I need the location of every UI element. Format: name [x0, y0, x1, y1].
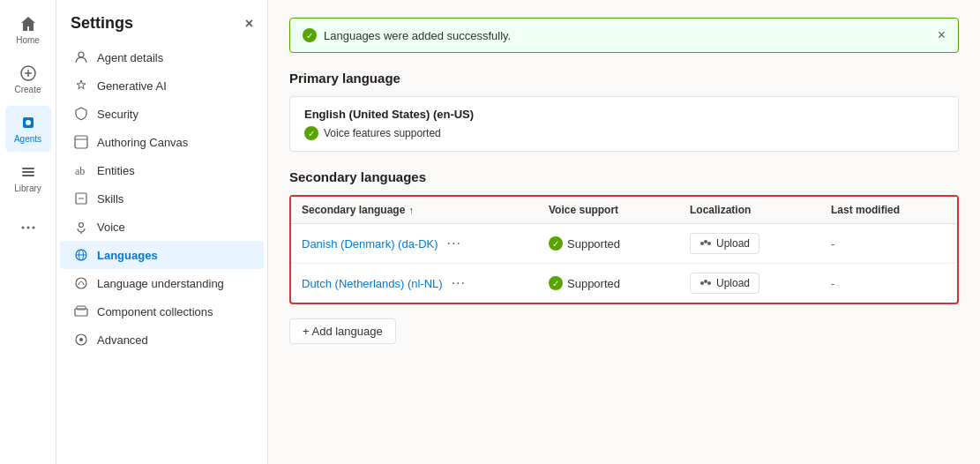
- entities-icon: ab: [74, 163, 88, 177]
- col-header-language: Secondary language ↑: [302, 204, 549, 216]
- languages-icon: [74, 248, 88, 262]
- sidebar: Settings × Agent details Generative AI S…: [56, 0, 268, 464]
- table-row: Dutch (Netherlands) (nl-NL) ··· ✓ Suppor…: [291, 264, 957, 303]
- more-icon: [19, 219, 37, 236]
- svg-point-22: [76, 278, 86, 288]
- success-banner-text: Languages were added successfully.: [324, 29, 511, 42]
- sidebar-item-languages[interactable]: Languages: [60, 241, 264, 269]
- sidebar-label-generative-ai: Generative AI: [97, 79, 167, 93]
- language-understanding-icon: [74, 276, 88, 290]
- sidebar-item-component-collections[interactable]: Component collections: [60, 297, 264, 326]
- col-header-modified: Last modified: [831, 204, 946, 216]
- table-row: Danish (Denmark) (da-DK) ··· ✓ Supported…: [291, 224, 957, 264]
- svg-point-9: [26, 227, 29, 229]
- voice-cell-dutch: ✓ Supported: [549, 276, 690, 290]
- add-language-button[interactable]: + Add language: [289, 318, 396, 344]
- success-check-icon: ✓: [303, 28, 317, 42]
- localization-cell-danish: Upload: [690, 233, 831, 254]
- nav-item-agents[interactable]: Agents: [5, 106, 51, 152]
- col-header-localization: Localization: [690, 204, 831, 216]
- dutch-supported-check-icon: ✓: [549, 276, 563, 290]
- create-icon: [19, 64, 37, 82]
- svg-rect-12: [75, 136, 87, 148]
- voice-support-check-icon: ✓: [304, 126, 318, 140]
- skills-icon: [74, 191, 88, 206]
- sidebar-label-component-collections: Component collections: [97, 305, 213, 318]
- secondary-languages-section-title: Secondary languages: [289, 169, 959, 184]
- voice-icon: [74, 220, 88, 234]
- sidebar-item-entities[interactable]: ab Entities: [60, 156, 264, 184]
- primary-language-card: English (United States) (en-US) ✓ Voice …: [289, 96, 959, 152]
- svg-rect-7: [22, 175, 34, 176]
- nav-home-label: Home: [16, 35, 40, 45]
- agent-details-icon: [74, 50, 88, 64]
- svg-point-28: [704, 240, 707, 243]
- danish-supported-badge: ✓ Supported: [549, 236, 620, 251]
- danish-more-button[interactable]: ···: [444, 236, 465, 251]
- sidebar-label-advanced: Advanced: [97, 333, 148, 347]
- sidebar-item-agent-details[interactable]: Agent details: [60, 43, 264, 71]
- svg-point-29: [707, 242, 711, 245]
- svg-point-11: [79, 52, 84, 57]
- dutch-more-button[interactable]: ···: [448, 275, 469, 291]
- localization-cell-dutch: Upload: [690, 273, 831, 294]
- sidebar-label-agent-details: Agent details: [97, 51, 163, 64]
- svg-text:ab: ab: [75, 165, 85, 177]
- svg-rect-5: [22, 168, 34, 169]
- nav-item-home[interactable]: Home: [5, 7, 51, 53]
- nav-bar: Home Create Agents Library: [0, 0, 56, 464]
- lang-cell-dutch: Dutch (Netherlands) (nl-NL) ···: [302, 275, 549, 291]
- success-banner: ✓ Languages were added successfully. ×: [289, 18, 959, 53]
- sidebar-title: Settings ×: [56, 14, 267, 43]
- sidebar-item-authoring-canvas[interactable]: Authoring Canvas: [60, 128, 264, 156]
- nav-item-create[interactable]: Create: [5, 56, 51, 102]
- sidebar-item-advanced[interactable]: Advanced: [60, 326, 264, 354]
- sidebar-item-skills[interactable]: Skills: [60, 184, 264, 213]
- sidebar-item-voice[interactable]: Voice: [60, 213, 264, 241]
- sidebar-item-generative-ai[interactable]: Generative AI: [60, 71, 264, 100]
- danish-supported-label: Supported: [567, 237, 620, 251]
- svg-point-10: [32, 227, 34, 229]
- sort-arrow-icon: ↑: [408, 205, 414, 215]
- svg-point-30: [700, 281, 704, 285]
- sidebar-item-security[interactable]: Security: [60, 100, 264, 128]
- modified-cell-danish: -: [831, 237, 946, 251]
- success-banner-left: ✓ Languages were added successfully.: [303, 28, 511, 42]
- svg-point-27: [700, 242, 704, 245]
- advanced-icon: [74, 333, 88, 347]
- dutch-supported-badge: ✓ Supported: [549, 276, 620, 290]
- svg-point-32: [707, 281, 711, 285]
- nav-more[interactable]: [5, 212, 51, 243]
- svg-rect-6: [22, 171, 34, 173]
- nav-item-library[interactable]: Library: [5, 155, 51, 201]
- voice-cell-danish: ✓ Supported: [549, 236, 690, 251]
- svg-point-31: [704, 280, 707, 283]
- primary-language-name: English (United States) (en-US): [304, 108, 944, 121]
- svg-point-8: [21, 227, 24, 229]
- sidebar-label-skills: Skills: [97, 192, 123, 206]
- voice-support-label: Voice features supported: [324, 127, 441, 139]
- col-header-voice: Voice support: [549, 204, 690, 216]
- modified-cell-dutch: -: [831, 277, 946, 290]
- agents-icon: [19, 114, 37, 131]
- nav-agents-label: Agents: [14, 134, 41, 144]
- table-header: Secondary language ↑ Voice support Local…: [291, 197, 957, 224]
- svg-point-4: [26, 120, 31, 125]
- success-banner-close-button[interactable]: ×: [938, 27, 946, 43]
- danish-supported-check-icon: ✓: [549, 236, 563, 251]
- sidebar-label-voice: Voice: [97, 221, 125, 234]
- sidebar-label-language-understanding: Language understanding: [97, 277, 224, 290]
- settings-close-button[interactable]: ×: [245, 17, 253, 31]
- component-collections-icon: [74, 304, 88, 318]
- danish-upload-button[interactable]: Upload: [690, 233, 759, 254]
- upload-icon-2: [699, 277, 712, 289]
- sidebar-item-language-understanding[interactable]: Language understanding: [60, 269, 264, 297]
- nav-library-label: Library: [14, 183, 41, 193]
- dutch-lang-link[interactable]: Dutch (Netherlands) (nl-NL): [302, 277, 443, 290]
- svg-point-17: [79, 223, 84, 228]
- generative-ai-icon: [74, 79, 88, 93]
- upload-icon: [699, 237, 712, 250]
- danish-lang-link[interactable]: Danish (Denmark) (da-DK): [302, 237, 438, 251]
- sidebar-label-security: Security: [97, 108, 138, 121]
- dutch-upload-button[interactable]: Upload: [690, 273, 759, 294]
